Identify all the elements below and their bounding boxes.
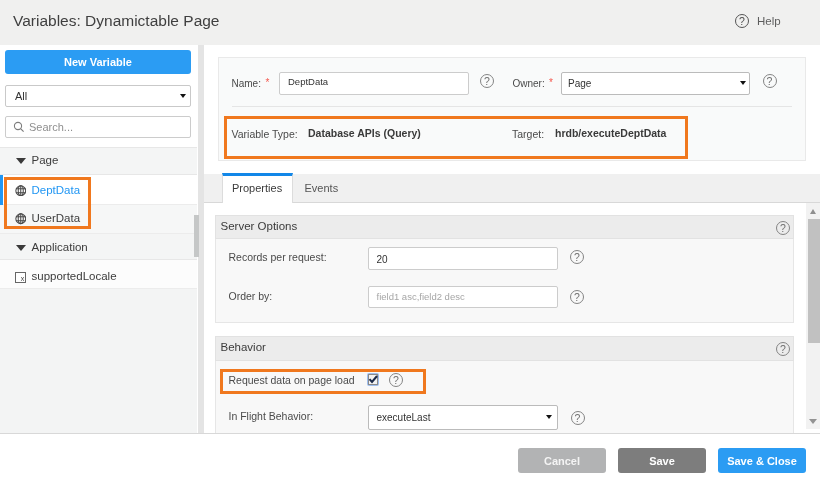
svg-text:x: x	[21, 275, 25, 282]
